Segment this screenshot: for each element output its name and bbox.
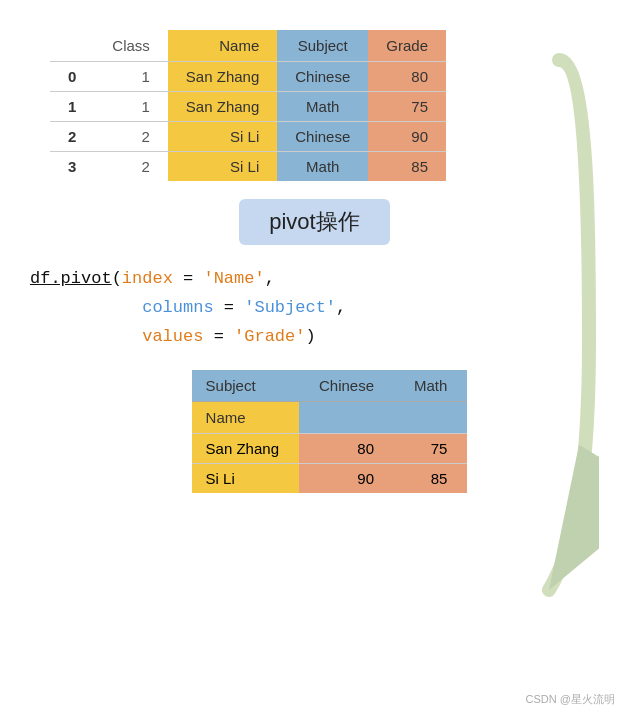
footer: CSDN @星火流明 <box>526 692 615 707</box>
td-grade: 85 <box>368 152 446 182</box>
th-index <box>50 30 94 62</box>
code-columns-val: 'Subject' <box>244 298 336 317</box>
code-comma1: , <box>265 269 275 288</box>
bottom-table: Subject Chinese Math Name San Zhang 80 7… <box>192 370 468 493</box>
table-row: 0 1 San Zhang Chinese 80 <box>50 62 446 92</box>
td-name: San Zhang <box>168 92 277 122</box>
th-name: Name <box>168 30 277 62</box>
code-eq2: = <box>214 298 245 317</box>
td-class: 2 <box>94 122 168 152</box>
td-name: Si Li <box>168 122 277 152</box>
td-class: 2 <box>94 152 168 182</box>
td-name: San Zhang <box>168 62 277 92</box>
table-row: 3 2 Si Li Math 85 <box>50 152 446 182</box>
code-eq3: = <box>203 327 234 346</box>
code-df-pivot: df.pivot <box>30 269 112 288</box>
code-values-param: values <box>142 327 203 346</box>
code-index-val: 'Name' <box>203 269 264 288</box>
table-row: 2 2 Si Li Chinese 90 <box>50 122 446 152</box>
code-line2: columns = 'Subject', <box>30 294 346 323</box>
bt-subject-header: Subject <box>192 370 299 402</box>
bt-td-name: Si Li <box>192 463 299 493</box>
table-row: 1 1 San Zhang Math 75 <box>50 92 446 122</box>
code-values-val: 'Grade' <box>234 327 305 346</box>
code-line1: df.pivot(index = 'Name', <box>30 265 346 294</box>
table-row: Si Li 90 85 <box>192 463 468 493</box>
pivot-center: pivot操作 <box>20 181 609 255</box>
code-columns-param: columns <box>142 298 213 317</box>
bt-td-math: 85 <box>394 463 467 493</box>
th-subject: Subject <box>277 30 368 62</box>
td-index: 2 <box>50 122 94 152</box>
td-subject: Chinese <box>277 122 368 152</box>
td-grade: 90 <box>368 122 446 152</box>
code-comma2: , <box>336 298 346 317</box>
bt-td-chinese: 80 <box>299 433 394 463</box>
code-line3: values = 'Grade') <box>30 323 346 352</box>
bt-math-header: Math <box>394 370 467 402</box>
td-grade: 80 <box>368 62 446 92</box>
td-grade: 75 <box>368 92 446 122</box>
bt-td-name: San Zhang <box>192 433 299 463</box>
td-class: 1 <box>94 62 168 92</box>
code-indent3 <box>30 327 142 346</box>
td-subject: Chinese <box>277 62 368 92</box>
td-subject: Math <box>277 152 368 182</box>
bottom-table-wrapper: Subject Chinese Math Name San Zhang 80 7… <box>192 370 468 493</box>
bt-chinese-header: Chinese <box>299 370 394 402</box>
td-subject: Math <box>277 92 368 122</box>
code-close-paren: ) <box>305 327 315 346</box>
code-indent2 <box>30 298 142 317</box>
td-index: 0 <box>50 62 94 92</box>
top-table-wrapper: Class Name Subject Grade 0 1 San Zhang C… <box>50 30 446 181</box>
th-grade: Grade <box>368 30 446 62</box>
top-table: Class Name Subject Grade 0 1 San Zhang C… <box>50 30 446 181</box>
code-open-paren: ( <box>112 269 122 288</box>
td-name: Si Li <box>168 152 277 182</box>
bt-name-sub-math <box>394 401 467 433</box>
code-eq1: = <box>173 269 204 288</box>
td-index: 3 <box>50 152 94 182</box>
bt-name-sub-chinese <box>299 401 394 433</box>
bt-name-subheader: Name <box>192 401 299 433</box>
td-class: 1 <box>94 92 168 122</box>
code-block: df.pivot(index = 'Name', columns = 'Subj… <box>30 265 346 352</box>
td-index: 1 <box>50 92 94 122</box>
table-row: San Zhang 80 75 <box>192 433 468 463</box>
bt-td-math: 75 <box>394 433 467 463</box>
code-index-param: index <box>122 269 173 288</box>
arrow-container <box>519 40 599 640</box>
main-container: Class Name Subject Grade 0 1 San Zhang C… <box>0 0 629 513</box>
bt-td-chinese: 90 <box>299 463 394 493</box>
pivot-label: pivot操作 <box>239 199 389 245</box>
th-class: Class <box>94 30 168 62</box>
